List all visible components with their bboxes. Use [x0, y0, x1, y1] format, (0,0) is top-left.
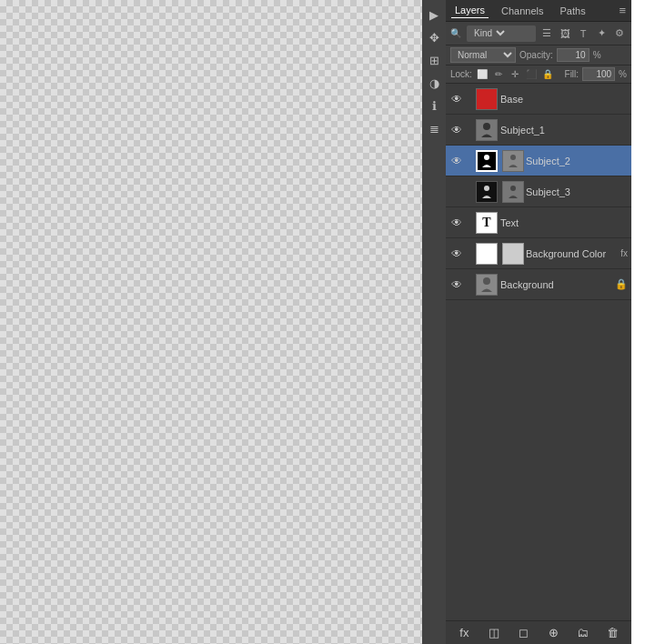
layer-thumb-subject1	[476, 119, 498, 141]
opacity-percent: %	[593, 50, 601, 60]
blend-row: Normal Dissolve Multiply Screen Opacity:…	[446, 45, 631, 65]
footer-fx-button[interactable]: fx	[455, 624, 473, 642]
footer-mask-button[interactable]: ◫	[485, 624, 503, 642]
layer-thumb-bgcolor-white	[476, 243, 498, 265]
layer-thumb-background	[476, 274, 498, 296]
search-icon: 🔍	[450, 28, 461, 38]
layer-lock-background: 🔒	[615, 278, 628, 290]
lock-paint-btn[interactable]: ✏	[492, 68, 505, 81]
tool-grid[interactable]: ⊞	[425, 51, 443, 69]
filter-pixel-icon[interactable]: ☰	[539, 26, 554, 41]
layer-visibility-text[interactable]: 👁	[449, 216, 464, 230]
layers-panel: Layers Channels Paths ≡ 🔍 Kind ☰ 🖼 T ✦ ⚙…	[446, 0, 631, 644]
layer-thumb-bgcolor-gray	[502, 243, 524, 265]
layer-row-base[interactable]: 👁 Base	[446, 84, 631, 115]
layer-visibility-subject3[interactable]	[449, 185, 464, 199]
layers-list: 👁 Base 👁 Subject_1 👁	[446, 84, 631, 620]
lock-label: Lock:	[450, 69, 472, 79]
opacity-input[interactable]	[557, 48, 590, 62]
tool-circle[interactable]: ◑	[425, 74, 443, 92]
tab-paths[interactable]: Paths	[557, 4, 590, 18]
svg-point-0	[483, 123, 490, 130]
filter-input-wrapper[interactable]: Kind	[467, 25, 536, 42]
layer-name-bgcolor: Background Color	[526, 248, 619, 259]
layer-name-subject3: Subject_3	[526, 186, 628, 197]
svg-point-5	[483, 277, 490, 285]
layer-visibility-base[interactable]: 👁	[449, 92, 464, 106]
layer-fx-bgcolor: fx	[620, 248, 628, 258]
fill-input[interactable]	[582, 67, 615, 81]
layer-visibility-subject2[interactable]: 👁	[449, 154, 464, 168]
lock-all-btn[interactable]: 🔒	[541, 68, 554, 81]
filter-image-icon[interactable]: 🖼	[558, 26, 572, 41]
lock-row: Lock: ⬜ ✏ ✛ ⬛ 🔒 Fill: %	[446, 65, 631, 84]
filter-row: 🔍 Kind ☰ 🖼 T ✦ ⚙	[446, 22, 631, 45]
tool-layers[interactable]: ≣	[425, 119, 443, 137]
fill-percent: %	[619, 69, 627, 79]
fill-label: Fill:	[565, 69, 579, 79]
layer-visibility-bgcolor[interactable]: 👁	[449, 247, 464, 261]
layer-name-text: Text	[500, 217, 628, 228]
svg-point-2	[510, 155, 516, 160]
layer-name-background: Background	[500, 279, 613, 290]
lock-move-btn[interactable]: ✛	[509, 68, 521, 81]
opacity-label: Opacity:	[519, 50, 553, 60]
blend-mode-dropdown[interactable]: Normal Dissolve Multiply Screen	[450, 47, 516, 63]
layer-name-subject2: Subject_2	[526, 156, 628, 166]
svg-point-1	[484, 155, 489, 160]
filter-kind-dropdown[interactable]: Kind	[470, 27, 508, 39]
tool-pan[interactable]: ✥	[425, 28, 443, 46]
layer-visibility-subject1[interactable]: 👁	[449, 123, 464, 137]
lock-artboard-btn[interactable]: ⬛	[525, 68, 538, 81]
layer-visibility-background[interactable]: 👁	[449, 277, 464, 292]
svg-point-3	[484, 186, 489, 191]
filter-smart-icon[interactable]: ⚙	[612, 26, 627, 41]
lock-transparent-btn[interactable]: ⬜	[476, 68, 489, 81]
layer-thumb-subject3-mask	[476, 181, 498, 203]
layer-thumb-subject2-img	[502, 150, 524, 172]
tab-layers[interactable]: Layers	[451, 3, 489, 18]
tab-channels[interactable]: Channels	[498, 4, 547, 18]
layer-thumb-subject2-mask	[476, 150, 498, 172]
footer-adjustment-button[interactable]: ◻	[515, 624, 533, 642]
canvas-area	[0, 0, 422, 644]
panel-menu-button[interactable]: ≡	[619, 4, 626, 17]
layer-row-background[interactable]: 👁 Background 🔒	[446, 269, 631, 300]
canvas-wrapper: ▶ ✥ ⊞ ◑ ℹ ≣	[0, 0, 446, 644]
layer-name-subject1: Subject_1	[500, 125, 628, 136]
layer-row-text[interactable]: 👁 T Text	[446, 207, 631, 238]
layer-thumb-base	[476, 88, 498, 110]
left-toolbar: ▶ ✥ ⊞ ◑ ℹ ≣	[422, 0, 446, 644]
layer-name-base: Base	[500, 94, 628, 105]
tool-info[interactable]: ℹ	[425, 96, 443, 115]
layer-thumb-subject3-img	[502, 181, 524, 203]
layer-row-subject1[interactable]: 👁 Subject_1	[446, 115, 631, 146]
footer-new-group-button[interactable]: ⊕	[544, 624, 562, 642]
filter-shape-icon[interactable]: ✦	[594, 26, 609, 41]
svg-point-4	[510, 186, 516, 191]
tool-move[interactable]: ▶	[425, 5, 443, 24]
filter-type-icon[interactable]: T	[576, 26, 590, 41]
layer-row-subject2[interactable]: 👁 Subject_2	[446, 146, 631, 176]
layer-thumb-text: T	[476, 212, 498, 234]
footer-delete-button[interactable]: 🗑	[604, 624, 622, 642]
layer-row-bgcolor[interactable]: 👁 Background Color fx	[446, 238, 631, 269]
footer-new-layer-button[interactable]: 🗂	[574, 624, 592, 642]
panel-tabs: Layers Channels Paths ≡	[446, 0, 631, 22]
panel-footer: fx ◫ ◻ ⊕ 🗂 🗑	[446, 620, 631, 644]
layer-row-subject3[interactable]: Subject_3	[446, 176, 631, 207]
